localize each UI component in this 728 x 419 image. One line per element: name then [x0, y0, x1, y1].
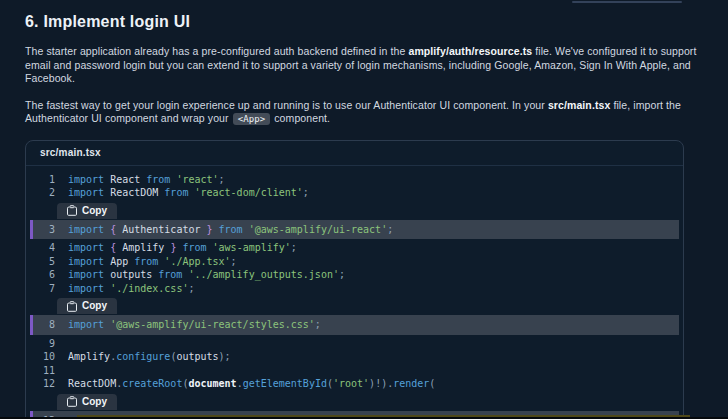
partial-element-edge — [572, 1, 682, 3]
intro-paragraphs: The starter application already has a pr… — [25, 45, 700, 127]
doc-content: 6. Implement login UI The starter applic… — [0, 0, 728, 127]
line-number: 3 — [30, 223, 55, 237]
paragraph: The fastest way to get your login experi… — [25, 99, 700, 127]
code-line: 4import { Amplify } from 'aws-amplify'; — [26, 241, 683, 255]
code-line: 3import { Authenticator } from '@aws-amp… — [30, 220, 679, 240]
copy-button-label: Copy — [82, 395, 107, 409]
text-run: component. — [271, 112, 330, 124]
code-line: 7import './index.css'; — [26, 282, 683, 296]
code-text: import outputs from '../amplify_outputs.… — [55, 268, 345, 282]
code-line: 1import React from 'react'; — [26, 173, 683, 187]
section-heading: 6. Implement login UI — [25, 13, 700, 31]
line-number: 6 — [26, 268, 55, 282]
paragraph: The starter application already has a pr… — [25, 45, 700, 86]
code-line: 12ReactDOM.createRoot(document.getElemen… — [26, 377, 683, 391]
code-block: src/main.tsx 1import React from 'react';… — [25, 140, 684, 419]
code-filename: src/main.tsx — [26, 141, 683, 166]
text-run: The starter application already has a pr… — [25, 45, 408, 57]
code-line: 9 — [26, 337, 683, 351]
code-line: 10Amplify.configure(outputs); — [26, 350, 683, 364]
line-number: 7 — [26, 282, 55, 296]
code-text: Amplify.configure(outputs); — [55, 350, 231, 364]
copy-icon — [67, 301, 77, 312]
line-number: 5 — [26, 255, 55, 269]
bold-text: src/main.tsx — [548, 99, 610, 111]
copy-button[interactable]: Copy — [57, 394, 117, 410]
code-line: 5import App from './App.tsx'; — [26, 255, 683, 269]
copy-button[interactable]: Copy — [57, 203, 117, 219]
code-line: 11 — [26, 364, 683, 378]
text-run: The fastest way to get your login experi… — [25, 99, 548, 111]
copy-icon — [67, 396, 77, 407]
line-number: 2 — [26, 186, 55, 200]
code-lines: 1import React from 'react';2import React… — [26, 166, 683, 419]
code-text: import { Authenticator } from '@aws-ampl… — [55, 223, 393, 237]
code-line: 6import outputs from '../amplify_outputs… — [26, 268, 683, 282]
code-text: import { Amplify } from 'aws-amplify'; — [55, 241, 297, 255]
line-number: 8 — [30, 318, 55, 332]
code-text — [55, 337, 68, 351]
inline-code-chip: <App> — [233, 113, 271, 125]
code-line: 8import '@aws-amplify/ui-react/styles.cs… — [30, 315, 679, 335]
copy-button-label: Copy — [82, 299, 107, 313]
code-text: import React from 'react'; — [55, 173, 225, 187]
code-text — [55, 364, 68, 378]
bold-text: amplify/auth/resource.ts — [408, 45, 532, 57]
line-number: 9 — [26, 337, 55, 351]
code-text: import './index.css'; — [55, 282, 194, 296]
copy-icon — [67, 205, 77, 216]
copy-button[interactable]: Copy — [57, 298, 117, 314]
code-text: ReactDOM.createRoot(document.getElementB… — [55, 377, 435, 391]
code-text: import ReactDOM from 'react-dom/client'; — [55, 186, 309, 200]
copy-button-label: Copy — [82, 204, 107, 218]
code-text: import '@aws-amplify/ui-react/styles.css… — [55, 318, 321, 332]
line-number: 11 — [26, 364, 55, 378]
code-line: 2import ReactDOM from 'react-dom/client'… — [26, 186, 683, 200]
code-text: import App from './App.tsx'; — [55, 255, 237, 269]
line-number: 10 — [26, 350, 55, 364]
line-number: 12 — [26, 377, 55, 391]
line-number: 4 — [26, 241, 55, 255]
line-number: 1 — [26, 173, 55, 187]
